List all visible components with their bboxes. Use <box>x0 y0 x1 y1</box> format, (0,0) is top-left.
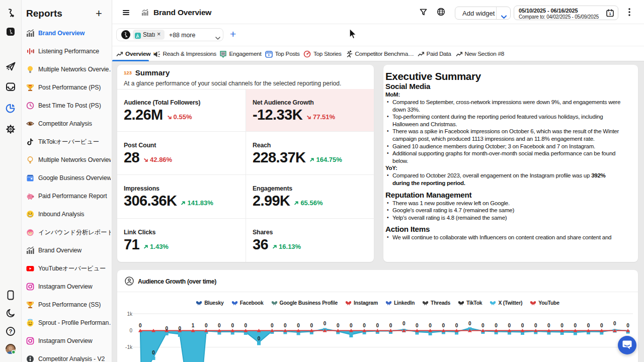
svg-text:0: 0 <box>271 323 274 328</box>
svg-text:0: 0 <box>179 326 182 331</box>
svg-text:-1k: -1k <box>125 344 133 350</box>
svg-text:0: 0 <box>258 336 261 341</box>
svg-text:0: 0 <box>495 323 498 328</box>
svg-text:1: 1 <box>609 12 611 16</box>
svg-text:0: 0 <box>363 323 366 328</box>
svg-text:0: 0 <box>337 323 340 328</box>
svg-text:0: 0 <box>403 321 406 326</box>
svg-text:0: 0 <box>152 350 155 355</box>
svg-text:1: 1 <box>192 323 195 328</box>
svg-text:0: 0 <box>139 323 142 328</box>
svg-text:0: 0 <box>600 323 603 328</box>
svg-text:0: 0 <box>508 323 511 328</box>
svg-text:0: 0 <box>297 323 300 328</box>
svg-text:0: 0 <box>165 326 168 331</box>
svg-text:0: 0 <box>442 323 445 328</box>
svg-text:0: 0 <box>284 323 287 328</box>
svg-text:0: 0 <box>587 323 590 328</box>
svg-text:0: 0 <box>129 328 132 333</box>
svg-text:0: 0 <box>324 321 327 326</box>
svg-text:0: 0 <box>416 323 419 328</box>
svg-text:0: 0 <box>613 321 616 326</box>
svg-text:0: 0 <box>468 321 471 326</box>
svg-text:0: 0 <box>547 323 550 328</box>
svg-text:0: 0 <box>560 323 564 328</box>
svg-text:1k: 1k <box>127 311 133 317</box>
svg-text:0: 0 <box>534 323 537 328</box>
svg-text:0: 0 <box>205 323 208 328</box>
svg-text:0: 0 <box>429 323 432 328</box>
svg-text:0: 0 <box>350 323 353 328</box>
svg-text:0: 0 <box>310 323 313 328</box>
svg-text:?: ? <box>9 328 12 334</box>
svg-text:0: 0 <box>626 323 629 328</box>
svg-text:0: 0 <box>521 323 524 328</box>
svg-text:0: 0 <box>231 323 234 328</box>
svg-text:0: 0 <box>245 323 248 328</box>
svg-text:0: 0 <box>389 323 392 328</box>
svg-text:0: 0 <box>574 323 577 328</box>
svg-text:0: 0 <box>481 323 485 328</box>
svg-text:0: 0 <box>218 323 221 328</box>
svg-text:0: 0 <box>455 323 458 328</box>
svg-text:0: 0 <box>376 323 379 328</box>
